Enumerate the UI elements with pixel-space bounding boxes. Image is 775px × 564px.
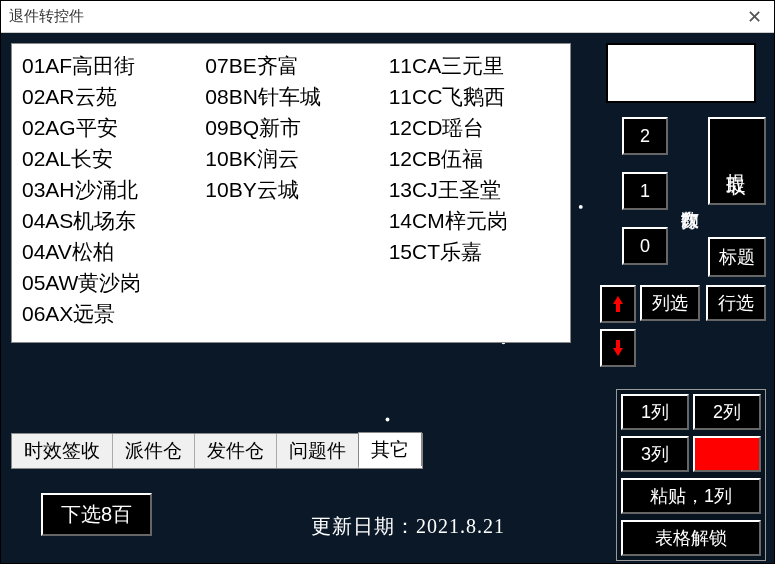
title-button[interactable]: 标题 xyxy=(708,237,766,277)
print-count-1-button[interactable]: 1 xyxy=(622,172,668,210)
window-title: 退件转控件 xyxy=(9,7,84,26)
row-select-button[interactable]: 行选 xyxy=(706,285,766,321)
location-item[interactable]: 05AW黄沙岗 xyxy=(22,267,193,298)
tab-bar: 时效签收派件仓发件仓问题件其它 xyxy=(11,433,423,469)
close-icon[interactable]: ✕ xyxy=(742,6,766,28)
col2-button[interactable]: 2列 xyxy=(693,394,761,430)
location-item[interactable]: 12CB伍福 xyxy=(389,143,560,174)
location-item[interactable]: 06AX远景 xyxy=(22,298,193,329)
location-item[interactable]: 08BN针车城 xyxy=(205,81,376,112)
col-select-button[interactable]: 列选 xyxy=(640,285,700,321)
col1-button[interactable]: 1列 xyxy=(621,394,689,430)
arrow-up-button[interactable] xyxy=(600,285,636,323)
location-item[interactable]: 02AG平安 xyxy=(22,112,193,143)
print-count-0-button[interactable]: 0 xyxy=(622,227,668,265)
col3-button[interactable]: 3列 xyxy=(621,436,689,472)
print-count-2-button[interactable]: 2 xyxy=(622,117,668,155)
location-item[interactable]: 04AV松柏 xyxy=(22,236,193,267)
location-item[interactable]: 11CA三元里 xyxy=(389,50,560,81)
paste-col1-button[interactable]: 粘贴，1列 xyxy=(621,478,761,514)
location-item[interactable]: 01AF高田街 xyxy=(22,50,193,81)
location-item[interactable]: 07BE齐富 xyxy=(205,50,376,81)
location-item[interactable]: 04AS机场东 xyxy=(22,205,193,236)
location-item[interactable]: 13CJ王圣堂 xyxy=(389,174,560,205)
content-area: 01AF高田街02AR云苑02AG平安02AL长安03AH沙涌北04AS机场东0… xyxy=(1,33,774,563)
location-item[interactable]: 03AH沙涌北 xyxy=(22,174,193,205)
arrow-up-icon xyxy=(613,296,623,312)
location-item[interactable]: 11CC飞鹅西 xyxy=(389,81,560,112)
tab-3[interactable]: 问题件 xyxy=(277,434,359,468)
arrow-down-button[interactable] xyxy=(600,329,636,367)
location-item[interactable]: 02AR云苑 xyxy=(22,81,193,112)
print-count-label: 打印次数 xyxy=(678,117,702,277)
location-item[interactable]: 14CM梓元岗 xyxy=(389,205,560,236)
location-item[interactable]: 02AL长安 xyxy=(22,143,193,174)
tab-0[interactable]: 时效签收 xyxy=(12,434,113,468)
location-item[interactable]: 10BK润云 xyxy=(205,143,376,174)
tab-2[interactable]: 发件仓 xyxy=(195,434,277,468)
select-800-button[interactable]: 下选8百 xyxy=(41,493,152,536)
update-date-label: 更新日期：2021.8.21 xyxy=(311,513,505,540)
column-grid-group: 1列 2列 3列 粘贴，1列 表格解锁 xyxy=(616,389,766,561)
red-button[interactable] xyxy=(693,436,761,472)
search-input[interactable] xyxy=(606,43,756,103)
unlock-table-button[interactable]: 表格解锁 xyxy=(621,520,761,556)
location-item[interactable]: 15CT乐嘉 xyxy=(389,236,560,267)
location-item[interactable]: 12CD瑶台 xyxy=(389,112,560,143)
arrow-down-icon xyxy=(613,340,623,356)
location-item[interactable]: 10BY云城 xyxy=(205,174,376,205)
location-item[interactable]: 09BQ新市 xyxy=(205,112,376,143)
tab-4[interactable]: 其它 xyxy=(358,432,422,466)
tab-1[interactable]: 派件仓 xyxy=(113,434,195,468)
titlebar: 退件转控件 ✕ xyxy=(1,1,774,33)
extract-button[interactable]: 提取 xyxy=(708,117,766,205)
location-list: 01AF高田街02AR云苑02AG平安02AL长安03AH沙涌北04AS机场东0… xyxy=(11,43,571,343)
